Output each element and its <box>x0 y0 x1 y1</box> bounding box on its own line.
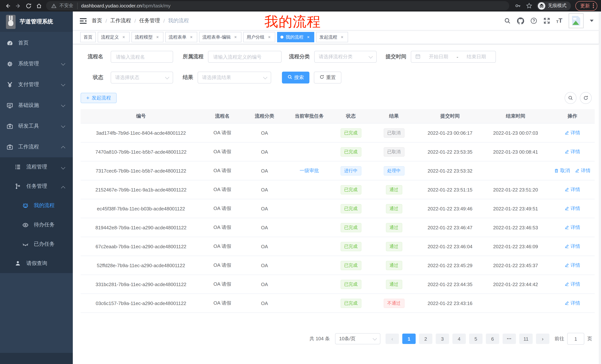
tab-user-group[interactable]: 用户分组 <box>243 32 275 42</box>
close-icon[interactable] <box>306 35 311 40</box>
font-size-icon[interactable] <box>556 17 562 25</box>
end-time: 2022-01-22 23:46:53 <box>481 218 550 237</box>
next-page-button[interactable] <box>536 334 549 344</box>
sidebar-item-todo-tasks[interactable]: 待办任务 <box>0 215 73 234</box>
forward-icon[interactable] <box>15 2 21 9</box>
detail-link[interactable]: 详情 <box>565 281 580 287</box>
start-process-button[interactable]: 发起流程 <box>80 93 117 103</box>
sidebar-item-home[interactable]: 首页 <box>0 33 73 53</box>
breadcrumb: 首页 / 工作流程 / 任务管理 / 我的流程 <box>92 18 189 24</box>
cancel-link[interactable]: 取消 <box>554 167 570 174</box>
submit-time: 2022-01-22 23:46:04 <box>419 237 481 256</box>
end-time: 2022-01-22 23:45:37 <box>481 256 550 275</box>
avatar[interactable] <box>569 13 583 28</box>
page-button[interactable]: 11 <box>519 334 533 344</box>
category-select[interactable]: 请选择流程分类 <box>314 51 377 63</box>
help-icon[interactable] <box>530 18 537 24</box>
process-id: 03c6c157-7b9a-11ec-a290-acde48001122 <box>80 294 201 313</box>
goto-page-input[interactable] <box>567 333 584 345</box>
detail-link[interactable]: 详情 <box>565 262 580 269</box>
close-icon[interactable] <box>189 35 194 40</box>
app-logo-row[interactable]: 芋道管理系统 <box>0 11 73 32</box>
sidebar-item-my-process[interactable]: 我的流程 <box>0 196 73 215</box>
page-button[interactable]: 5 <box>469 334 482 344</box>
password-key-icon[interactable] <box>514 2 521 9</box>
detail-link[interactable]: 详情 <box>565 186 580 193</box>
tab-process-definition[interactable]: 流程定义 <box>98 32 130 42</box>
status-select[interactable]: 请选择状态 <box>111 72 173 84</box>
submit-time: 2022-01-22 23:44:35 <box>419 275 481 294</box>
page-size-select[interactable]: 10条/页 <box>335 333 380 344</box>
refresh-table-button[interactable] <box>580 92 592 104</box>
detail-link[interactable]: 详情 <box>575 167 591 174</box>
sidebar-item-devtools[interactable]: 研发工具 <box>0 116 73 136</box>
sidebar-item-leave-query[interactable]: 请假查询 <box>0 254 73 273</box>
result-badge: 通过 <box>386 242 402 251</box>
fullscreen-icon[interactable] <box>543 18 550 24</box>
sidebar-item-task-mgmt[interactable]: 任务管理 <box>0 177 73 196</box>
home-icon[interactable] <box>36 2 42 9</box>
close-icon[interactable] <box>121 35 126 40</box>
calendar-icon <box>415 54 421 60</box>
update-button[interactable]: 更新 <box>575 1 597 10</box>
sidebar-item-payment[interactable]: 支付管理 <box>0 74 73 95</box>
status-badge: 进行中 <box>341 166 361 175</box>
process-name-input[interactable] <box>111 51 173 63</box>
process-name: OA 请假 <box>201 256 243 275</box>
bookmark-star-icon[interactable] <box>526 2 532 9</box>
end-time: 2022-01-22 23:49:51 <box>481 199 550 218</box>
tab-home[interactable]: 首页 <box>80 32 96 42</box>
goto-label: 前往 <box>555 335 564 342</box>
detail-link[interactable]: 详情 <box>565 130 580 136</box>
detail-link[interactable]: 详情 <box>565 224 580 231</box>
page-title-annotation: 我的流程 <box>264 13 321 31</box>
page-button[interactable]: 3 <box>436 334 449 344</box>
reload-icon[interactable] <box>25 2 32 9</box>
tab-start-process[interactable]: 发起流程 <box>316 32 348 42</box>
breadcrumb-task-mgmt[interactable]: 任务管理 <box>139 18 160 24</box>
date-range-picker[interactable]: 开始日期 - 结束日期 <box>411 51 496 63</box>
submit-time: 2022-01-22 23:51:15 <box>419 180 481 199</box>
process-id: 7317cec6-7b9b-11ec-b5b7-acde48001122 <box>80 161 201 180</box>
page-button[interactable]: 2 <box>419 334 432 344</box>
sidebar-item-process-mgmt[interactable]: 流程管理 <box>0 157 73 177</box>
page-button[interactable]: 6 <box>486 334 499 344</box>
page-button[interactable]: 1 <box>402 334 416 344</box>
sidebar-item-infra[interactable]: 基础设施 <box>0 95 73 116</box>
sidebar-item-done-tasks[interactable]: 已办任务 <box>0 234 73 254</box>
close-icon[interactable] <box>233 35 238 40</box>
tab-my-process[interactable]: 我的流程 <box>277 32 314 42</box>
page-button[interactable]: 4 <box>452 334 466 344</box>
more-pages-button[interactable]: ••• <box>502 334 516 344</box>
result-badge: 不通过 <box>383 298 404 308</box>
close-icon[interactable] <box>155 35 160 40</box>
result-select[interactable]: 请选择流结果 <box>198 72 271 84</box>
tab-process-form-edit[interactable]: 流程表单-编辑 <box>199 32 241 42</box>
detail-link[interactable]: 详情 <box>565 148 580 155</box>
reset-button[interactable]: 重置 <box>314 72 341 84</box>
sidebar-item-system[interactable]: 系统管理 <box>0 53 73 74</box>
browser-menu-icon[interactable] <box>593 3 594 8</box>
process-definition-input[interactable] <box>208 51 281 63</box>
search-button[interactable]: 搜索 <box>282 72 310 84</box>
current-task <box>286 237 333 256</box>
github-icon[interactable] <box>517 17 524 24</box>
tab-process-form[interactable]: 流程表单 <box>165 32 197 42</box>
detail-link[interactable]: 详情 <box>565 243 580 250</box>
address-bar[interactable]: 不安全 dashboard.yudao.iocoder.cn/bpm/task/… <box>46 1 509 10</box>
collapse-sidebar-icon[interactable] <box>80 18 87 24</box>
search-icon[interactable] <box>504 18 511 24</box>
sidebar-item-workflow[interactable]: 工作流程 <box>0 136 73 157</box>
detail-link[interactable]: 详情 <box>565 300 580 307</box>
detail-link[interactable]: 详情 <box>565 205 580 212</box>
prev-page-button[interactable] <box>386 334 399 344</box>
back-icon[interactable] <box>4 2 11 9</box>
show-search-button[interactable] <box>565 92 576 104</box>
tab-process-model[interactable]: 流程模型 <box>131 32 163 42</box>
avatar-caret-icon[interactable] <box>590 20 594 22</box>
current-task-link[interactable]: 一级审批 <box>300 167 319 174</box>
close-icon[interactable] <box>267 35 272 40</box>
breadcrumb-workflow[interactable]: 工作流程 <box>110 18 131 24</box>
breadcrumb-home[interactable]: 首页 <box>92 18 102 24</box>
close-icon[interactable] <box>340 35 345 40</box>
